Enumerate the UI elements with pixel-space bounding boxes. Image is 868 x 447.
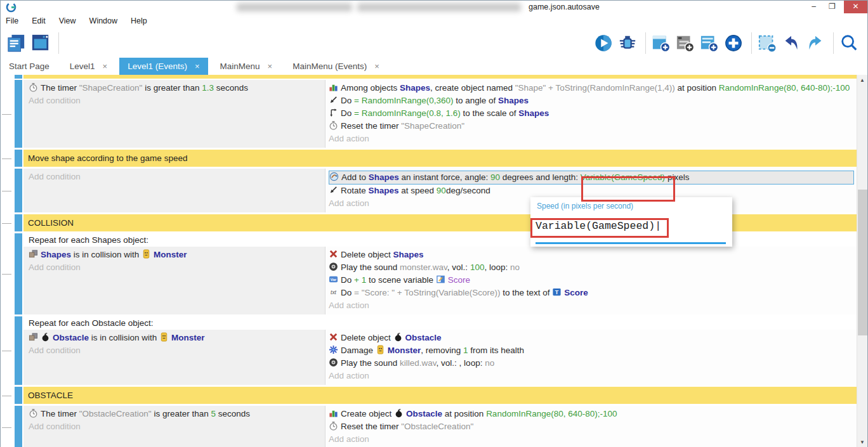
add-comment-icon[interactable] [699, 32, 720, 53]
events-sheet: The timer "ShapeCreation" is greater tha… [1, 75, 858, 447]
conditions-column: The timer "ShapeCreation" is greater tha… [23, 80, 326, 148]
conditions-column: The timer "ObstacleCreation" is greater … [23, 406, 326, 447]
action-row[interactable]: Play the sound monster.wav, vol.: 100, l… [329, 261, 854, 274]
toolbar-separator [645, 32, 646, 54]
event-block: Repeat for each Obstacle object:Obstacle… [15, 316, 858, 385]
condition-row[interactable]: Shapes is in collision with Monster [29, 249, 321, 261]
segment-text: at position [675, 83, 719, 93]
menu-item-view[interactable]: View [59, 16, 76, 25]
add-condition-button[interactable]: Add condition [29, 344, 321, 357]
condition-row[interactable]: The timer "ObstacleCreation" is greater … [29, 408, 321, 420]
comment-row[interactable]: OBSTACLE [23, 387, 858, 404]
add-circle-icon[interactable] [723, 32, 744, 53]
add-action-button[interactable]: Add action [329, 433, 854, 446]
monster-icon [159, 332, 169, 342]
tab-close-icon[interactable]: × [268, 62, 273, 71]
action-row[interactable]: Do = RandomInRange(0,360) to angle of Sh… [329, 94, 854, 107]
redo-icon[interactable] [805, 32, 825, 53]
segment-text: Do [341, 96, 354, 105]
close-button[interactable]: ✕ [844, 1, 867, 13]
tab-mainmenu-events-[interactable]: MainMenu (Events)× [284, 58, 388, 75]
event-fold-tick [2, 427, 11, 428]
tab-start-page[interactable]: Start Page [1, 58, 58, 75]
tab-label: MainMenu (Events) [293, 62, 367, 71]
action-row[interactable]: Reset the timer "ObstacleCreation" [329, 420, 854, 433]
add-subevent-icon[interactable] [674, 32, 695, 53]
tab-mainmenu[interactable]: MainMenu× [212, 58, 281, 75]
tab-level1[interactable]: Level1× [62, 58, 115, 75]
tab-close-icon[interactable]: × [195, 62, 200, 71]
action-row[interactable]: Delete object Obstacle [329, 332, 854, 344]
timer-icon [329, 421, 338, 431]
toolbar-separator [751, 32, 752, 54]
add-event-icon[interactable] [650, 32, 671, 53]
segment-g: = RandomInRange(0,360) [354, 96, 453, 105]
add-condition-button[interactable]: Add condition [29, 261, 321, 274]
segment-g: 100 [470, 262, 485, 272]
conditions-column: Add condition [23, 169, 326, 212]
timer-icon [29, 82, 38, 92]
play-icon[interactable] [593, 32, 614, 53]
add-action-button[interactable]: Add action [329, 370, 854, 382]
action-row[interactable]: Delete object Shapes [329, 249, 854, 261]
segment-text: Add to [341, 172, 369, 182]
undo-icon[interactable] [780, 32, 801, 53]
menu-item-edit[interactable]: Edit [32, 16, 46, 25]
tab-close-icon[interactable]: × [103, 62, 108, 71]
segment-obj: Shapes [369, 172, 399, 182]
segment-obj: Shapes [369, 186, 399, 195]
segment-text: an instant force, angle: [399, 172, 490, 182]
tab-level1-events-[interactable]: Level1 (Events)× [119, 58, 207, 75]
action-row[interactable]: Do = RandomInRange(0.8, 1.6) to the scal… [329, 107, 854, 120]
delete-event-icon[interactable] [756, 32, 777, 53]
action-row[interactable]: Reset the timer "ShapeCreation" [329, 120, 854, 133]
action-row[interactable]: Play the sound killed.wav, vol.: , loop:… [329, 357, 854, 370]
add-action-button[interactable]: Add action [329, 299, 854, 312]
title-bar: game.json.autosave – ❐ ✕ [1, 1, 867, 14]
scrollbar-thumb[interactable] [858, 190, 867, 335]
event-highlight-bar [15, 214, 22, 231]
segment-text: , create object named [430, 83, 515, 93]
comment-row[interactable]: Move shape according to the game speed [23, 150, 858, 167]
minimize-button[interactable]: – [805, 1, 823, 13]
maximize-button[interactable]: ❐ [823, 1, 841, 13]
menu-item-help[interactable]: Help [131, 16, 147, 25]
for-each-header[interactable]: Repeat for each Obstacle object: [23, 316, 858, 330]
text-object-icon: T [552, 287, 562, 297]
action-row[interactable]: Damage Monster, removing 1 from its heal… [329, 344, 854, 357]
segment-text: from its health [468, 346, 525, 355]
segment-g: = RandomInRange(0.8, 1.6) [354, 108, 461, 118]
segment-q: "ObstacleCreation" [79, 409, 152, 418]
condition-row[interactable]: The timer "ShapeCreation" is greater tha… [29, 82, 321, 94]
segment-text: at speed [399, 186, 437, 195]
action-row[interactable]: txtDo = "Score: " + ToString(Variable(Sc… [329, 287, 854, 299]
scroll-down-icon[interactable]: ▼ [857, 437, 867, 447]
search-icon[interactable] [838, 32, 859, 53]
blurred-text [237, 3, 352, 11]
tab-close-icon[interactable]: × [374, 62, 379, 71]
monster-icon [141, 249, 151, 259]
scene-editor-icon[interactable] [30, 32, 51, 53]
for-each-header[interactable]: Repeat for each Shapes object: [23, 233, 858, 247]
comment-row[interactable]: COLLISION [23, 214, 858, 231]
segment-q: "ShapeCreation" [401, 121, 464, 131]
add-condition-button[interactable]: Add condition [29, 94, 321, 107]
debug-icon[interactable] [617, 32, 638, 53]
action-row[interactable]: Create object Obstacle at position Rando… [329, 408, 854, 420]
action-row[interactable]: VarDo + 1 to scene variable Score [329, 274, 854, 287]
segment-q: "Shape" + ToString(RandomInRange(1,4)) [515, 83, 675, 93]
menu-item-window[interactable]: Window [89, 16, 117, 25]
condition-row[interactable]: Obstacle is in collision with Monster [29, 332, 321, 344]
scroll-up-icon[interactable]: ▲ [857, 75, 867, 86]
force-icon [329, 172, 339, 181]
event-highlight-bar [15, 169, 22, 212]
segment-q: "ShapeCreation" [79, 83, 143, 93]
segment-text: The timer [41, 409, 79, 418]
add-condition-button[interactable]: Add condition [29, 420, 321, 433]
project-manager-icon[interactable] [6, 32, 27, 53]
menu-item-file[interactable]: File [6, 16, 18, 25]
add-condition-button[interactable]: Add condition [29, 171, 321, 183]
add-action-button[interactable]: Add action [329, 133, 854, 145]
segment-text: , loop: [484, 262, 510, 272]
action-row[interactable]: Among objects Shapes, create object name… [329, 82, 854, 94]
